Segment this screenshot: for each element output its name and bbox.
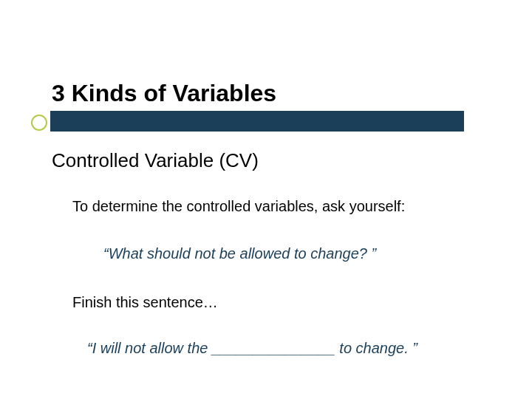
slide-subtitle: Controlled Variable (CV) (52, 149, 259, 172)
quote-text-1: “What should not be allowed to change? ” (103, 245, 376, 262)
body-text-2: Finish this sentence… (72, 294, 218, 311)
bullet-ring-icon (31, 115, 47, 131)
slide: 3 Kinds of Variables Controlled Variable… (0, 0, 532, 399)
quote-text-2: “I will not allow the _______________ to… (87, 340, 417, 357)
body-text-1: To determine the controlled variables, a… (72, 198, 405, 215)
slide-title: 3 Kinds of Variables (52, 80, 276, 107)
title-underline-bar (50, 111, 464, 132)
